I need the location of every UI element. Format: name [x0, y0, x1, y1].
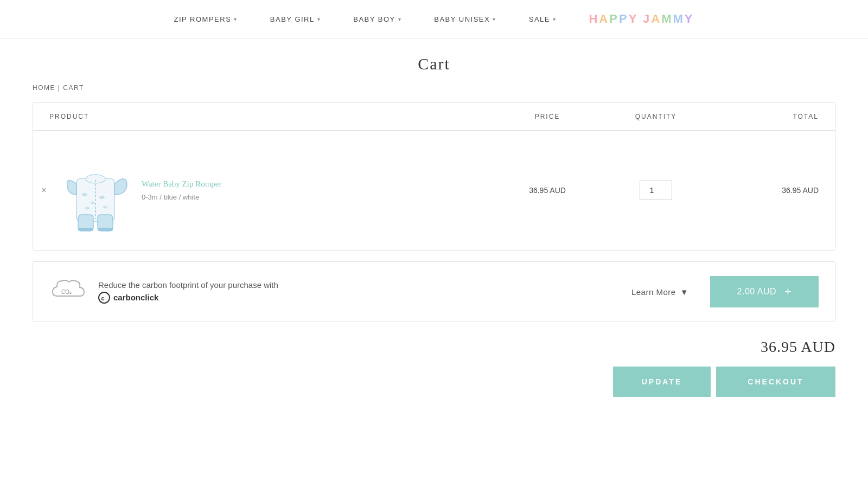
- remove-item-button[interactable]: ×: [39, 183, 49, 197]
- product-image: [60, 147, 131, 234]
- col-product: PRODUCT: [49, 113, 493, 120]
- product-cell: Water Baby Zip Romper 0-3m / blue / whit…: [49, 147, 493, 234]
- chevron-down-icon: ▾: [398, 16, 402, 22]
- product-total: 36.95 AUD: [710, 186, 819, 195]
- learn-more-button[interactable]: Learn More ▼: [631, 287, 688, 297]
- cart-item-row: ×: [33, 131, 835, 250]
- quantity-input[interactable]: [640, 181, 672, 200]
- navigation: ZIP ROMPERS ▾ BABY GIRL ▾ BABY BOY ▾ BAB…: [0, 0, 868, 38]
- product-variant: 0-3m / blue / white: [142, 193, 222, 201]
- breadcrumb: HOME | CART: [0, 79, 868, 102]
- update-cart-button[interactable]: UPDATE: [613, 367, 711, 397]
- plus-icon: +: [784, 285, 792, 299]
- nav-sale[interactable]: SALE ▾: [529, 15, 557, 23]
- product-info: Water Baby Zip Romper 0-3m / blue / whit…: [142, 179, 222, 201]
- col-price: PRICE: [493, 113, 602, 120]
- svg-point-6: [91, 201, 95, 204]
- quantity-cell: [602, 181, 710, 200]
- carbon-banner: CO₂ Reduce the carbon footprint of your …: [33, 261, 835, 322]
- carbonclick-logo-icon: c: [98, 292, 110, 304]
- checkout-button[interactable]: CHECKOUT: [716, 367, 835, 397]
- carbon-text: Reduce the carbon footprint of your purc…: [98, 280, 621, 304]
- chevron-down-icon: ▾: [317, 16, 321, 22]
- co2-icon: CO₂: [49, 275, 87, 308]
- cart-header: PRODUCT PRICE QUANTITY TOTAL: [33, 103, 835, 131]
- svg-point-9: [103, 206, 107, 208]
- svg-text:CO₂: CO₂: [61, 289, 72, 295]
- svg-point-8: [85, 207, 90, 209]
- carbonclick-brand: c carbonclick: [98, 292, 621, 304]
- col-total: TOTAL: [710, 113, 819, 120]
- nav-baby-girl[interactable]: BABY GIRL ▾: [270, 15, 321, 23]
- chevron-down-icon: ▼: [680, 287, 688, 297]
- page-title-section: Cart: [0, 38, 868, 79]
- chevron-down-icon: ▾: [553, 16, 557, 22]
- main-content: PRODUCT PRICE QUANTITY TOTAL ×: [0, 102, 868, 419]
- svg-rect-11: [98, 228, 113, 231]
- brand-logo[interactable]: HAPPY JAMMY: [589, 12, 694, 26]
- nav-baby-unisex[interactable]: BABY UNISEX ▾: [434, 15, 496, 23]
- cart-footer: 36.95 AUD UPDATE CHECKOUT: [33, 338, 835, 419]
- chevron-down-icon: ▾: [234, 16, 238, 22]
- carbon-add-button[interactable]: 2.00 AUD +: [710, 276, 819, 307]
- svg-rect-10: [78, 228, 93, 231]
- nav-baby-boy[interactable]: BABY BOY ▾: [353, 15, 401, 23]
- cart-actions: UPDATE CHECKOUT: [613, 367, 835, 397]
- cart-table: PRODUCT PRICE QUANTITY TOTAL ×: [33, 102, 835, 251]
- product-price: 36.95 AUD: [493, 186, 602, 195]
- cart-total: 36.95 AUD: [761, 338, 835, 356]
- svg-text:c: c: [101, 294, 105, 301]
- carbon-description: Reduce the carbon footprint of your purc…: [98, 280, 621, 290]
- product-image-svg: [63, 149, 128, 233]
- nav-zip-rompers[interactable]: ZIP ROMPERS ▾: [174, 15, 237, 23]
- chevron-down-icon: ▾: [493, 16, 496, 22]
- svg-point-5: [82, 193, 87, 196]
- col-quantity: QUANTITY: [602, 113, 710, 120]
- page-title: Cart: [0, 55, 868, 73]
- product-name[interactable]: Water Baby Zip Romper: [142, 179, 222, 189]
- svg-point-7: [99, 196, 105, 199]
